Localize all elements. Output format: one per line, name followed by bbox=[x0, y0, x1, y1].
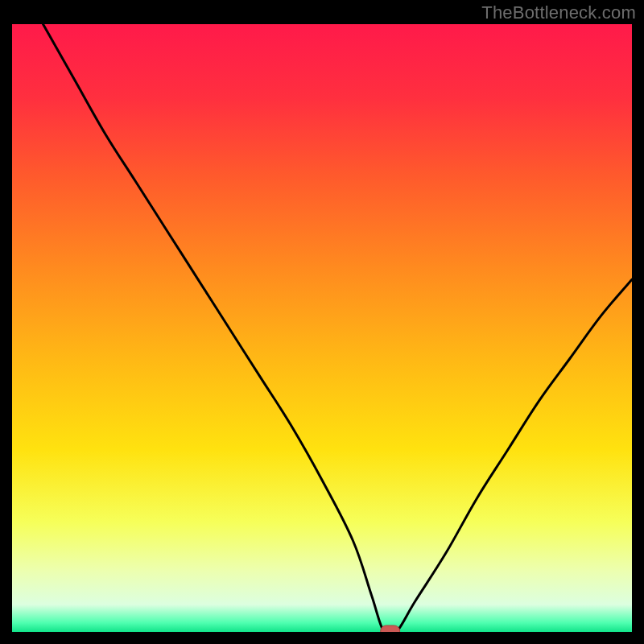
optimal-marker bbox=[381, 625, 400, 632]
plot-container bbox=[12, 24, 632, 632]
bottleneck-chart bbox=[12, 24, 632, 632]
chart-frame: TheBottleneck.com bbox=[0, 0, 644, 644]
watermark-text: TheBottleneck.com bbox=[481, 2, 636, 23]
gradient-background bbox=[12, 24, 632, 632]
